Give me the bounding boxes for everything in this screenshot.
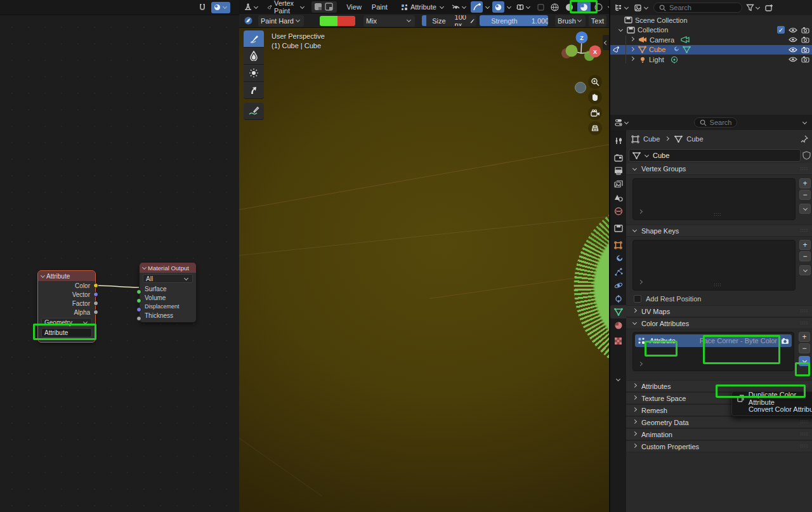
tab-object-data[interactable]	[610, 305, 626, 318]
editor-type-button[interactable]	[242, 1, 261, 13]
paint-mask-toggles[interactable]	[311, 1, 337, 13]
orthographic-grid-icon[interactable]	[588, 121, 602, 135]
proportional-editing-button[interactable]	[471, 1, 483, 13]
panel-shape-keys[interactable]: Shape Keys∷∷	[626, 225, 812, 237]
add-rest-position-row[interactable]: Add Rest Position	[634, 295, 701, 303]
shape-key-specials-menu[interactable]	[799, 265, 811, 275]
menu-paint[interactable]: Paint	[367, 3, 392, 11]
output-target-dropdown[interactable]: All	[143, 274, 193, 283]
viewport-3d[interactable]	[239, 0, 609, 512]
menu-view[interactable]: View	[342, 3, 366, 11]
camera-disable-icon[interactable]	[801, 27, 809, 34]
display-mode-dropdown[interactable]	[614, 3, 630, 12]
tab-object[interactable]	[610, 239, 626, 252]
material-output-node[interactable]: Material Output All Surface Volume Displ…	[140, 263, 196, 322]
vertex-group-specials-menu[interactable]	[799, 204, 811, 214]
color-attribute-remove-button[interactable]: −	[799, 343, 810, 353]
properties-search[interactable]: Search	[694, 117, 738, 128]
tab-particles[interactable]	[610, 265, 626, 279]
outliner-row-collection[interactable]: Collection ✓	[610, 25, 812, 36]
tab-texture[interactable]	[610, 334, 626, 348]
proportional-falloff-button[interactable]	[211, 2, 230, 13]
tool-annotate[interactable]	[244, 103, 264, 120]
tab-tool[interactable]	[610, 134, 626, 147]
outliner-row-light[interactable]: Light	[610, 55, 812, 65]
color-attribute-name[interactable]: Attribute	[650, 337, 676, 345]
color-attributes-list[interactable]: Attribute Face Corner - Byte Color	[632, 332, 794, 371]
strength-slider[interactable]: Strength 1.000	[480, 15, 548, 26]
options-chevron-icon[interactable]	[802, 119, 807, 124]
color-output-socket[interactable]	[93, 283, 98, 288]
tool-smear[interactable]	[244, 82, 264, 99]
shading-wireframe-button[interactable]	[548, 1, 561, 13]
tool-draw-brush[interactable]	[244, 30, 264, 48]
camera-view-icon[interactable]	[588, 106, 602, 120]
mode-dropdown[interactable]: Vertex Paint	[265, 1, 308, 13]
blend-mode-dropdown[interactable]: Mix	[363, 15, 415, 27]
thickness-input-socket[interactable]	[136, 316, 141, 321]
list-expand-arrow[interactable]	[638, 362, 643, 366]
tab-world[interactable]	[610, 204, 626, 218]
tab-output[interactable]	[610, 164, 626, 178]
brush-panel-dropdown[interactable]: Brush	[555, 15, 586, 27]
camera-disable-icon[interactable]	[801, 56, 809, 63]
panel-animation[interactable]: Animation∷∷	[626, 428, 812, 440]
panel-color-attributes[interactable]: Color Attributes∷∷	[626, 317, 812, 329]
brush-preview-icon[interactable]	[242, 15, 255, 27]
falloff-sphere-button[interactable]	[492, 1, 504, 13]
datablock-name-field[interactable]: Cube	[629, 149, 801, 162]
panel-custom-properties[interactable]: Custom Properties∷∷	[626, 440, 812, 452]
shading-rendered-button[interactable]	[592, 1, 605, 13]
chevron-down-icon[interactable]	[485, 4, 490, 8]
volume-input-socket[interactable]	[136, 298, 141, 303]
tabs-overflow-chevron[interactable]	[610, 373, 626, 386]
brush-selector[interactable]: Paint Hard	[258, 15, 304, 27]
tab-modifiers[interactable]	[610, 252, 626, 265]
shading-solid-button[interactable]	[563, 1, 576, 13]
pen-pressure-icon[interactable]	[469, 17, 475, 25]
texture-panel-dropdown[interactable]: Text	[589, 15, 606, 27]
pin-icon[interactable]	[801, 135, 808, 143]
eye-icon[interactable]	[789, 56, 797, 62]
color-attribute-specials-menu[interactable]	[799, 356, 810, 366]
attribute-type-dropdown[interactable]: Geometry	[41, 318, 92, 327]
gizmo-toggle[interactable]	[535, 1, 547, 13]
eye-icon[interactable]	[789, 27, 797, 33]
vertex-group-remove-button[interactable]: −	[799, 190, 811, 200]
shape-key-remove-button[interactable]: −	[799, 251, 811, 261]
vertex-painted-sphere[interactable]	[589, 211, 609, 363]
menu-item-duplicate-color-attribute[interactable]: Duplicate Color Attribute	[732, 393, 812, 404]
add-rest-position-checkbox[interactable]	[634, 295, 641, 303]
tab-collection-props[interactable]	[610, 221, 626, 235]
secondary-color-swatch[interactable]	[337, 16, 355, 26]
pan-hand-icon[interactable]	[588, 90, 602, 104]
vertex-group-add-button[interactable]: +	[799, 178, 811, 188]
filter-funnel-dropdown[interactable]	[746, 4, 761, 11]
symmetry-dropdown[interactable]	[514, 1, 534, 13]
node-canvas[interactable]	[0, 15, 239, 512]
breadcrumb-object[interactable]: Cube	[643, 135, 660, 143]
shield-fake-user-icon[interactable]	[802, 151, 811, 160]
shape-keys-list[interactable]: ∷∷	[632, 240, 796, 291]
attribute-name-field[interactable]: Attribute	[41, 328, 92, 338]
brush-color-swatches[interactable]	[320, 16, 355, 26]
tab-view-layer[interactable]	[610, 178, 626, 191]
chevron-down-icon[interactable]	[507, 4, 511, 8]
editor-type-dropdown[interactable]	[614, 118, 630, 127]
sidebar-collapse-arrow[interactable]	[603, 35, 609, 50]
collection-checkbox[interactable]: ✓	[777, 26, 785, 34]
size-slider[interactable]: Size 100 px	[422, 15, 476, 26]
panel-geometry-data[interactable]: Geometry Data∷∷	[626, 416, 812, 428]
negative-z-ball[interactable]	[575, 82, 586, 93]
filter-objects-dropdown[interactable]	[634, 4, 650, 12]
tab-material[interactable]	[610, 318, 626, 332]
tab-scene[interactable]	[610, 191, 626, 204]
primary-color-swatch[interactable]	[320, 16, 337, 26]
outliner-search[interactable]: Search	[653, 3, 742, 13]
eye-icon[interactable]	[789, 37, 797, 43]
menu-item-convert-color-attribute[interactable]: Convert Color Attribute	[732, 404, 812, 414]
factor-output-socket[interactable]	[93, 301, 98, 306]
shading-material-preview-button[interactable]	[577, 1, 591, 13]
attribute-menu[interactable]: Attribute	[398, 1, 447, 13]
outliner-row-camera[interactable]: Camera	[610, 35, 812, 45]
